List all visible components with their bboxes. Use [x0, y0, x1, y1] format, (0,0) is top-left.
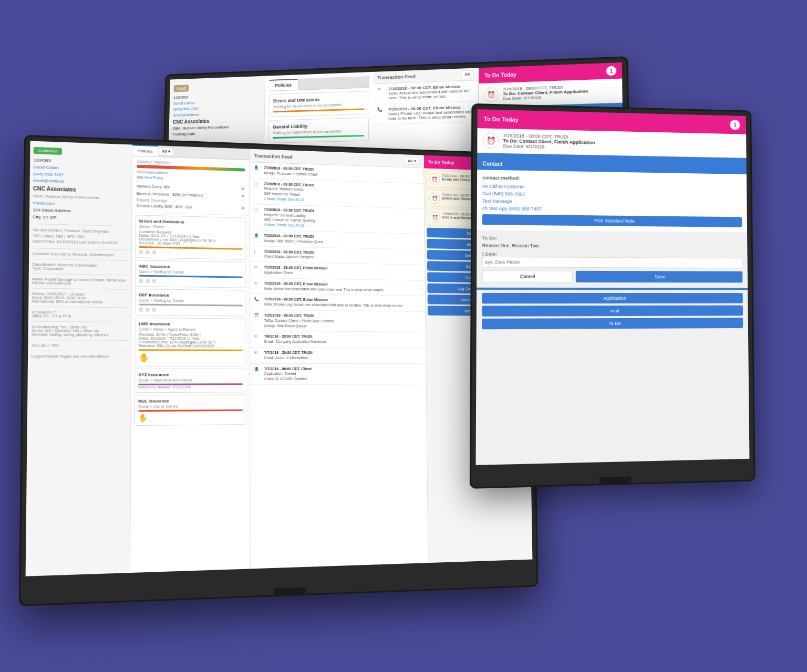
policy-bar-green — [273, 135, 364, 139]
front-employees: Employees: 7Office: P1 - PT & PT B — [32, 310, 128, 319]
back-todo-item: ⏰ 7/15/2018 - 08:00 CDT, TRUDI To Do: Co… — [479, 79, 623, 107]
policy-def: DEF Insurance Quote > Waiting for Carrie… — [135, 289, 246, 317]
eo-policy-bar — [139, 246, 243, 250]
cancel-btn[interactable]: Cancel — [482, 270, 572, 282]
chevron-down-icon: ▾ — [168, 149, 170, 154]
ftrans-client-app: 👤 7/7/2018 - 08:00 CDT, Client Applicati… — [250, 363, 426, 385]
front-largest: Largest Project: Repair and renovate Kit… — [32, 354, 128, 359]
lmo-hand-icon: ✋ — [139, 352, 243, 363]
separator-7 — [32, 321, 128, 322]
status-icon: ℹ — [254, 249, 262, 257]
front-trans-panel: Transaction Feed All ▾ 👤 7/15/2018 - 08:… — [250, 149, 428, 569]
phone-icon: 📞 — [377, 107, 386, 116]
front-classification: Classification: Business ClassificationT… — [32, 262, 128, 271]
right-alarm-icon: ⏰ — [483, 132, 499, 149]
back-trans-item-1: ✉ 7/15/2018 - 08:00 CDT, Ethan Missou No… — [373, 80, 478, 104]
note-icon: ✉ — [377, 87, 386, 95]
chevron-icon: ▾ — [414, 159, 416, 164]
ftrans-app: ✉ 7/15/2018 - 08:00 CDT, Ethan Missour A… — [250, 262, 425, 280]
right-text-app-option[interactable]: ch Text App (845) 566-7897 — [482, 206, 742, 214]
email-icon: ✉ — [254, 334, 262, 342]
right-todo-badge: 1 — [730, 120, 740, 130]
separator-1 — [33, 224, 128, 226]
app-icon: ✉ — [254, 265, 262, 272]
front-agent-info: Van Ann Norden | Producer: Suze Dreymala… — [33, 228, 128, 247]
policy-abc: ABC Insurance Quote > Waiting for Carrie… — [135, 260, 246, 288]
client-icon: 👤 — [254, 367, 262, 374]
lmo-policy-bar — [139, 349, 243, 351]
separator-8 — [32, 340, 128, 341]
policy-lmo: LMO Insurance Quote > Rated + Agent to R… — [134, 318, 246, 366]
customer-badge: Customer — [34, 147, 62, 155]
back-client-info: 1234563 David Callan (845) 566-7897 emai… — [172, 92, 261, 138]
todo-reason-section: To Do: Reason One, Reason Two t Date: Ca… — [477, 230, 748, 288]
ftrans-todo: ⏰ 7/15/2018 - 06:00 CDT, TRUDI ToDo: Con… — [250, 310, 426, 332]
abc-policy-dots — [139, 279, 242, 285]
coverages-list: Workers Comp -$5k ✕ Errors & Omissions -… — [137, 182, 245, 212]
lead-badge: Lead — [174, 85, 189, 92]
front-client-info: 1234563 David Callan (845) 566-7897 emai… — [33, 157, 128, 223]
policy-bar-orange — [273, 108, 365, 112]
right-todo-btn[interactable]: To Do — [482, 318, 743, 329]
front-middle-panel: Policies All ▾ Industry Comparison: Reco… — [130, 145, 251, 573]
right-contact-section: Contact contact method: ne Call to Custo… — [477, 156, 747, 232]
doc-icon: 📄 — [254, 181, 261, 188]
alarm-icon: ⏰ — [483, 87, 499, 102]
right-text-option[interactable]: Text Message — [482, 198, 742, 207]
back-trans-item-2: 📞 7/15/2018 - 08:00 CDT, Ethan Missou No… — [373, 101, 478, 125]
policy-xyz: XYZ Insurance Quote > Need More Informat… — [134, 369, 246, 393]
right-bottom-actions: Application mail To Do — [477, 290, 748, 333]
right-mail-btn[interactable]: mail — [482, 306, 743, 317]
ftrans-request-2: 📄 7/15/2018 - 08:00 CDT, TRUDI Request: … — [250, 204, 424, 234]
doc-icon-2: 📄 — [254, 207, 261, 215]
person-icon-2: 👤 — [254, 234, 262, 241]
back-todo-badge: 1 — [606, 66, 617, 76]
todo-reason-buttons: Cancel Save — [482, 270, 742, 282]
ftrans-email-1: ✉ 7/8/2018 - 20:00 CDT, TRUDI Email: Com… — [250, 331, 426, 348]
back-policies-tab[interactable]: Policies — [269, 79, 298, 91]
front-customer-docs: Customer Documents: Resume, Somethinglin… — [33, 251, 128, 257]
eo-policy-dots — [139, 250, 243, 256]
todo-icon: ⏰ — [254, 313, 262, 321]
separator-4 — [32, 273, 128, 275]
policy-nul: NUL Insurance Quote > Carrier Decline ✋ — [134, 394, 246, 426]
separator-2 — [33, 248, 128, 250]
nul-policy-bar — [138, 410, 243, 412]
back-tab-bar: Policies — [269, 76, 369, 91]
front-monitor: Customer 1234563 David Callan (845) 566-… — [19, 135, 539, 606]
def-policy-dots — [139, 308, 243, 313]
front-history: History: 04/04/2017 - 10 yearsSince: $2M… — [32, 292, 128, 304]
remove-eo-btn[interactable]: ✕ — [241, 194, 245, 199]
person-icon: 👤 — [254, 165, 261, 173]
separator-5 — [32, 288, 128, 289]
industry-section: Industry Comparison: Recommendations: Ad… — [132, 156, 249, 216]
note-icon-2: ✉ — [254, 281, 262, 289]
front-all-dropdown[interactable]: All ▾ — [158, 147, 174, 155]
front-subcontract: Subcontracting: Yes | Other: NoSenior: N… — [32, 325, 128, 337]
policy-eo: Errors and Omissions Quote > Rated Custo… — [135, 215, 246, 260]
remove-gl-btn[interactable]: ✕ — [241, 206, 245, 211]
alarm-icon-1: ⏰ — [429, 173, 440, 185]
alarm-icon-3: ⏰ — [429, 212, 440, 223]
front-policies-tab[interactable]: Policies — [132, 145, 158, 157]
separator-6 — [32, 307, 128, 308]
front-taxes: Tax Labor: YES — [32, 343, 128, 348]
alarm-icon-2: ⏰ — [429, 193, 440, 204]
right-pick-note-btn[interactable]: Pick Standard Note — [482, 214, 742, 227]
save-btn[interactable]: Save — [576, 271, 743, 283]
remove-coverage-btn[interactable]: ✕ — [241, 186, 245, 192]
back-trans-tab[interactable]: All — [461, 70, 474, 79]
ftrans-phone-note: 📞 7/15/2018 - 08:00 CDT, Ethan Missour N… — [250, 294, 426, 312]
due-date-input[interactable] — [482, 257, 743, 268]
right-contact-body: contact method: ne Call to Customer Dial… — [477, 170, 747, 232]
right-monitor: To Do Today 1 ⏰ 7/15/2018 - 08:00 CDT, T… — [470, 103, 756, 489]
email-icon-2: ✉ — [254, 351, 262, 358]
def-policy-bar — [139, 304, 243, 307]
right-monitor-stand — [599, 477, 631, 484]
front-trans-dropdown[interactable]: All ▾ — [404, 157, 420, 165]
right-application-btn[interactable]: Application — [482, 293, 743, 303]
xyz-ref: Reference Number: XYZ12345 — [138, 385, 243, 389]
front-left-panel: Customer 1234563 David Callan (845) 566-… — [26, 141, 132, 576]
ftrans-email-2: ✉ 7/7/2018 - 20:00 CDT, TRUDI Email: Acc… — [250, 348, 426, 364]
abc-policy-bar — [139, 275, 242, 278]
